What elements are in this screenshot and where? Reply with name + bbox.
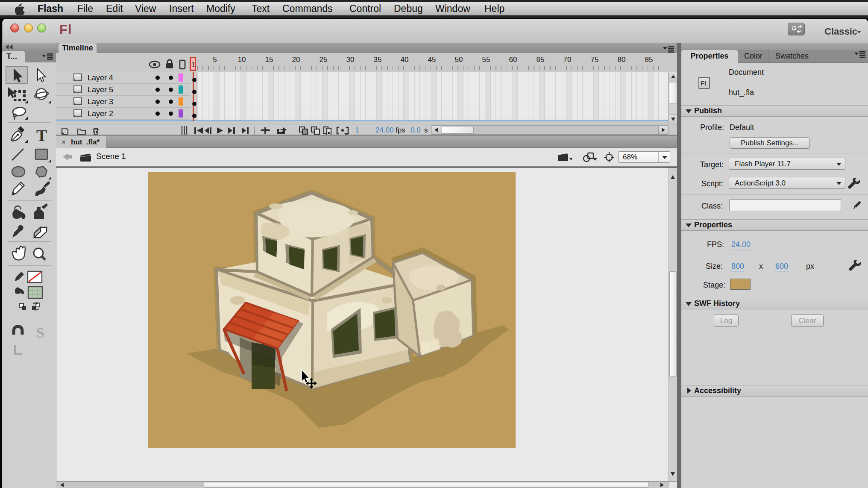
- svg-text:S: S: [36, 325, 44, 341]
- svg-text:T: T: [36, 126, 47, 144]
